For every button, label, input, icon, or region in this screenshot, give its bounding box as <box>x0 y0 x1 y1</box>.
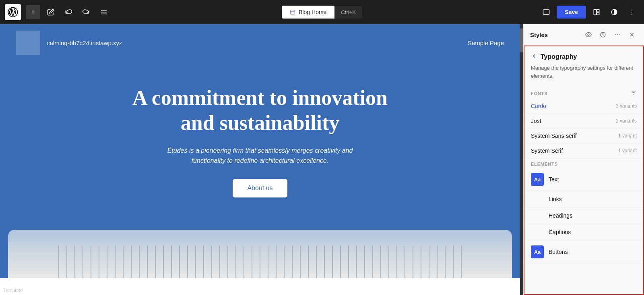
element-badge-buttons: Aa <box>531 245 544 258</box>
font-item-system-sans[interactable]: System Sans-serif 1 variant <box>524 129 643 143</box>
undo-button[interactable] <box>61 5 76 19</box>
fonts-section-label: FONTS <box>524 86 643 99</box>
styles-header-icons <box>583 29 638 40</box>
svg-point-13 <box>632 12 632 12</box>
site-header: calming-bb7c24.instawp.xyz Sample Page <box>0 24 520 61</box>
svg-rect-8 <box>594 9 596 15</box>
font-variants-jost: 2 variants <box>616 118 637 124</box>
fonts-filter-icon[interactable] <box>630 89 637 97</box>
font-name-jost: Jost <box>531 118 541 124</box>
font-name-system-sans: System Sans-serif <box>531 133 577 139</box>
blog-home-label: Blog Home <box>299 9 326 15</box>
main-area: calming-bb7c24.instawp.xyz Sample Page A… <box>0 24 644 295</box>
svg-point-15 <box>588 34 589 35</box>
typography-title: Typography <box>541 53 577 60</box>
right-panel: Styles <box>523 24 644 295</box>
styles-panel-title: Styles <box>530 31 548 38</box>
back-button[interactable] <box>531 53 537 61</box>
site-logo <box>16 31 40 55</box>
font-name-system-serif: System Serif <box>531 148 563 154</box>
contrast-button[interactable] <box>607 5 621 19</box>
add-button[interactable]: + <box>26 5 40 19</box>
element-item-captions[interactable]: Captions <box>524 224 643 241</box>
edit-button[interactable] <box>43 5 58 19</box>
element-item-buttons[interactable]: Aa Buttons <box>524 241 643 264</box>
svg-rect-9 <box>597 9 599 12</box>
font-variants-cardo: 3 variants <box>616 103 637 109</box>
building-lines-decoration <box>58 246 462 278</box>
element-item-links[interactable]: Links <box>524 191 643 208</box>
svg-rect-4 <box>291 10 295 15</box>
save-button[interactable]: Save <box>557 6 586 19</box>
toolbar: + Blog Home Ctrl+K Save <box>0 0 644 24</box>
element-name-buttons: Buttons <box>549 249 568 255</box>
element-name-text: Text <box>549 176 559 183</box>
element-name-links: Links <box>549 196 562 202</box>
canvas-scroll-thumb[interactable] <box>520 28 523 52</box>
template-label: Template <box>0 286 26 295</box>
element-item-text[interactable]: Aa Text <box>524 168 643 191</box>
font-item-system-serif[interactable]: System Serif 1 variant <box>524 143 643 158</box>
keyboard-shortcut: Ctrl+K <box>334 6 362 19</box>
about-us-button[interactable]: About us <box>233 179 287 197</box>
hero-content: A commitment to innovationand sustainabi… <box>0 61 520 230</box>
hero-subtitle: Études is a pioneering firm that seamles… <box>155 145 365 166</box>
element-name-headings: Headings <box>549 212 572 219</box>
blog-home-button[interactable]: Blog Home <box>282 6 334 19</box>
view-device-button[interactable] <box>539 5 553 19</box>
typography-panel: Typography Manage the typography setting… <box>524 46 644 295</box>
toolbar-right: Save <box>539 5 639 19</box>
styles-eye-button[interactable] <box>583 29 594 40</box>
panel-section-header: Typography <box>524 46 643 64</box>
svg-point-18 <box>617 34 618 35</box>
canvas-area: calming-bb7c24.instawp.xyz Sample Page A… <box>0 24 523 295</box>
hero-section: calming-bb7c24.instawp.xyz Sample Page A… <box>0 24 520 278</box>
layout-button[interactable] <box>589 5 604 19</box>
canvas-scrollbar[interactable] <box>520 24 523 295</box>
svg-point-19 <box>619 34 620 35</box>
styles-header: Styles <box>524 24 644 46</box>
element-item-headings[interactable]: Headings <box>524 208 643 224</box>
font-item-jost[interactable]: Jost 2 variants <box>524 114 643 129</box>
typography-description: Manage the typography settings for diffe… <box>524 64 643 86</box>
font-variants-system-sans: 1 variant <box>618 133 637 139</box>
redo-button[interactable] <box>79 5 93 19</box>
font-item-cardo[interactable]: Cardo 3 variants <box>524 99 643 114</box>
svg-rect-7 <box>543 10 549 15</box>
site-url: calming-bb7c24.instawp.xyz <box>47 39 122 46</box>
svg-rect-10 <box>597 12 599 15</box>
wp-logo <box>5 4 21 20</box>
element-badge-text: Aa <box>531 173 544 186</box>
hero-title: A commitment to innovationand sustainabi… <box>16 85 504 136</box>
more-options-button[interactable] <box>625 5 639 19</box>
font-variants-system-serif: 1 variant <box>618 148 637 154</box>
styles-more-button[interactable] <box>612 29 623 40</box>
svg-point-14 <box>632 14 632 15</box>
styles-close-button[interactable] <box>626 29 638 40</box>
svg-point-17 <box>615 34 616 35</box>
canvas-content: calming-bb7c24.instawp.xyz Sample Page A… <box>0 24 520 295</box>
sample-page-link: Sample Page <box>468 39 504 46</box>
element-name-captions: Captions <box>549 229 571 235</box>
building-section <box>8 230 512 278</box>
list-button[interactable] <box>97 5 111 19</box>
font-name-cardo: Cardo <box>531 103 546 109</box>
building-image <box>8 230 512 278</box>
toolbar-center: Blog Home Ctrl+K <box>282 6 362 19</box>
svg-point-12 <box>632 10 632 10</box>
elements-section-label: ELEMENTS <box>524 158 643 168</box>
styles-history-button[interactable] <box>597 29 609 40</box>
